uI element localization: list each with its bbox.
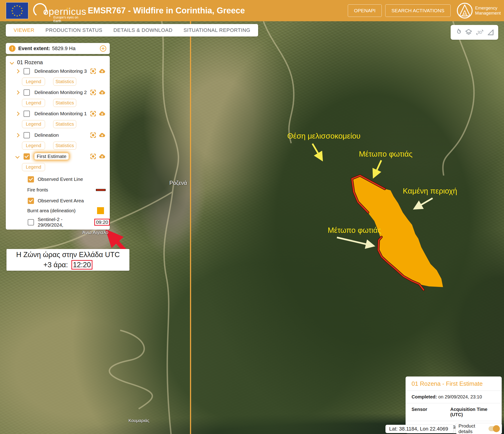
chevron-right-icon[interactable] — [15, 112, 19, 116]
zoom-to-layer-icon[interactable] — [90, 68, 97, 75]
em-text-line1: Emergency — [475, 6, 501, 11]
sentinel-checkbox[interactable] — [28, 219, 34, 225]
sentinel-row: Sentinel-2 - 29/09/2024, 09:20 — [6, 218, 110, 226]
aoi-boundary-line — [190, 21, 191, 434]
layer-checkbox[interactable] — [24, 68, 30, 74]
place-label-koumarias: Κουμαριάς — [128, 418, 150, 423]
statistics-button[interactable]: Statistics — [53, 78, 76, 86]
svg-text:★: ★ — [21, 7, 22, 9]
statistics-button[interactable]: Statistics — [53, 142, 76, 150]
layer-row: Delineation Monitoring 3 — [6, 67, 110, 75]
product-details-label: Product details — [459, 423, 488, 434]
observed-event-area-checkbox[interactable] — [28, 198, 34, 204]
product-details-control: Product details — [456, 423, 502, 434]
download-cloud-icon[interactable] — [98, 68, 106, 75]
svg-text:★: ★ — [12, 12, 14, 15]
legend-button[interactable]: Legend — [22, 99, 45, 107]
expand-plus-icon[interactable] — [99, 45, 107, 52]
download-cloud-icon[interactable] — [98, 110, 106, 117]
warning-icon: ! — [9, 45, 16, 52]
brand-tagline: Europe's eyes on Earth — [53, 16, 82, 23]
chevron-right-icon[interactable] — [15, 133, 19, 137]
observed-event-line-checkbox[interactable] — [28, 176, 34, 182]
chevron-down-icon[interactable] — [15, 154, 19, 159]
map-annotation-apiary: Θέση μελισσοκομείου — [287, 132, 360, 141]
layer-group-row: 01 Rozena — [6, 58, 110, 67]
fire-layers-icon[interactable] — [454, 28, 463, 37]
layer-checkbox-checked[interactable] — [24, 153, 30, 159]
eu-flag-logo: ★★★ ★★★ ★★★ ★★★ — [6, 2, 28, 19]
layer-label: Delineation Monitoring 1 — [35, 111, 87, 116]
download-cloud-icon[interactable] — [98, 89, 106, 96]
measure-icon[interactable] — [486, 28, 495, 37]
chevron-right-icon[interactable] — [15, 69, 19, 73]
emergency-management-logo: Emergency Management — [456, 2, 501, 19]
layer-group-title: 01 Rozena — [17, 59, 43, 66]
legend-button[interactable]: Legend — [22, 142, 45, 150]
zoom-to-layer-icon[interactable] — [90, 132, 97, 139]
svg-text:★: ★ — [21, 9, 23, 12]
legend-button[interactable]: Legend — [22, 120, 45, 128]
layer-row: Delineation — [6, 131, 110, 139]
map-annotation-fire-front-1: Μέτωπο φωτιάς — [359, 150, 413, 159]
statistics-button[interactable]: Statistics — [53, 120, 76, 128]
svg-text:★: ★ — [16, 15, 18, 17]
burnt-area-swatch — [97, 207, 104, 214]
event-extent-bar: ! Event extent: 5829.9 Ha — [6, 43, 110, 54]
search-activations-button[interactable]: SEARCH ACTIVATIONS — [385, 4, 451, 17]
legend-button[interactable]: Legend — [22, 163, 45, 171]
completed-label: Completed: — [412, 394, 437, 399]
legend-button[interactable]: Legend — [22, 78, 45, 86]
legend-entry-row: Fire fronts — [6, 186, 110, 194]
fire-fronts-label: Fire fronts — [27, 187, 48, 193]
cursor-coordinates: Lat: 38.1184, Lon 22.4069 — [386, 425, 453, 433]
svg-text:★: ★ — [21, 12, 22, 15]
utc-note-line2: +3 άρα: 12:20 — [44, 260, 92, 270]
copernicus-logo: opernicus Europe's eyes on Earth — [32, 1, 82, 21]
svg-text:★: ★ — [14, 14, 16, 16]
sensor-header-row: Sensor Acquisition Time (UTC) — [405, 403, 502, 421]
svg-text:★: ★ — [11, 9, 13, 12]
product-details-toggle[interactable] — [488, 426, 499, 431]
layer-label: Delineation — [35, 132, 59, 138]
tab-production-status[interactable]: PRODUCTION STATUS — [45, 27, 102, 33]
svg-text:★: ★ — [19, 14, 21, 16]
map-toolbar: 3D — [451, 25, 498, 40]
sensor-column-header: Sensor — [412, 407, 450, 417]
svg-text:3D: 3D — [477, 30, 482, 35]
sublayer-row: Observed Event Area — [6, 196, 110, 205]
layer-checkbox[interactable] — [24, 89, 30, 96]
layer-label: Delineation Monitoring 2 — [35, 90, 87, 95]
em-text-line2: Management — [475, 11, 501, 16]
tab-viewer[interactable]: VIEWER — [14, 27, 35, 33]
layers-icon[interactable] — [464, 28, 473, 37]
app-window: Θέση μελισσοκομείου Μέτωπο φωτιάς Καμένη… — [0, 0, 504, 434]
openapi-button[interactable]: OPENAPI — [348, 4, 382, 17]
event-extent-label: Event extent: — [18, 45, 50, 52]
tab-situational-reporting[interactable]: SITUATIONAL REPORTING — [183, 27, 250, 33]
layer-label: Delineation Monitoring 3 — [35, 68, 87, 74]
3d-view-icon[interactable]: 3D — [475, 28, 485, 37]
zoom-to-layer-icon[interactable] — [90, 153, 97, 160]
zoom-to-layer-icon[interactable] — [90, 110, 97, 117]
download-cloud-icon[interactable] — [98, 132, 106, 139]
chevron-down-icon[interactable] — [10, 60, 14, 64]
utc-note-line1: Η Ζώνη ώρας στην Ελλάδα UTC — [16, 250, 120, 260]
layers-panel: 01 Rozena Delineation Monitoring 3 Legen… — [6, 56, 110, 230]
place-label-rozena: Ροζενά — [169, 180, 187, 186]
legend-entry-row: Burnt area (delineation) — [6, 206, 110, 215]
layer-checkbox[interactable] — [24, 111, 30, 117]
page-title: EMSR767 - Wildfire in Corinthia, Greece — [88, 6, 245, 16]
layer-label-highlighted: First Estimate — [35, 153, 69, 159]
sentinel-label: Sentinel-2 - 29/09/2024, — [38, 217, 89, 228]
zoom-to-layer-icon[interactable] — [90, 89, 97, 96]
layer-checkbox[interactable] — [24, 132, 30, 138]
layer-row: Delineation Monitoring 1 — [6, 109, 110, 118]
info-panel-title: 01 Rozena - First Estimate — [405, 376, 502, 390]
statistics-button[interactable]: Statistics — [53, 99, 76, 107]
map-annotation-fire-front-2: Μέτωπο φωτιάς — [328, 226, 381, 235]
utc-local-time-highlighted: 12:20 — [72, 260, 93, 270]
chevron-right-icon[interactable] — [15, 90, 19, 95]
tab-details-download[interactable]: DETAILS & DOWNLOAD — [113, 27, 173, 33]
download-cloud-icon[interactable] — [98, 153, 106, 160]
